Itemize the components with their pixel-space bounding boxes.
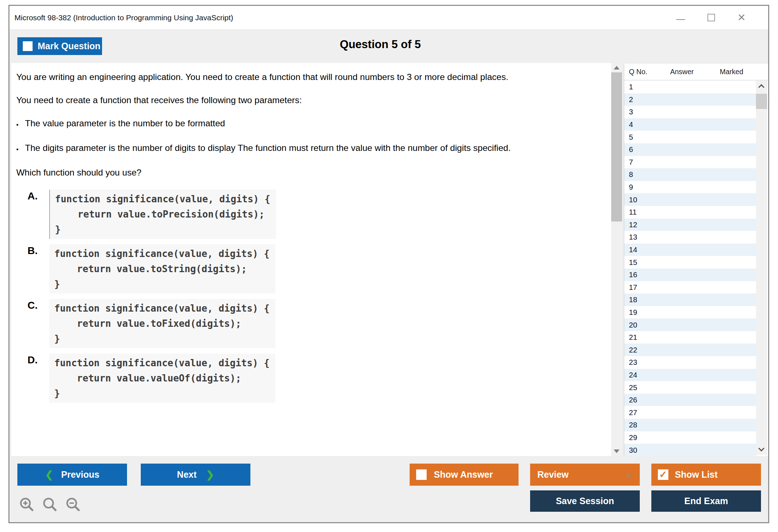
chevron-left-icon: ❮ <box>45 469 53 481</box>
question-row[interactable]: 24 <box>624 369 756 381</box>
question-row[interactable]: 7 <box>624 156 756 169</box>
bullet-icon: ▪ <box>16 142 25 155</box>
question-row[interactable]: 21 <box>624 331 756 344</box>
question-row-number: 16 <box>624 270 637 279</box>
close-icon[interactable]: ✕ <box>737 13 746 23</box>
scroll-down-icon[interactable] <box>614 449 620 453</box>
show-answer-button[interactable]: Show Answer <box>410 464 519 486</box>
next-button[interactable]: Next ❯ <box>141 464 250 486</box>
show-answer-checkbox[interactable] <box>416 469 427 480</box>
previous-button[interactable]: ❮ Previous <box>17 464 127 486</box>
option-c[interactable]: C. function significance(value, digits) … <box>28 299 602 348</box>
question-paragraph: Which function should you use? <box>16 166 602 178</box>
header-strip: Mark Question Question 5 of 5 <box>9 30 768 63</box>
question-row-number: 5 <box>624 133 633 142</box>
question-row[interactable]: 8 <box>624 168 756 181</box>
bullet-text: The digits parameter is the number of di… <box>25 142 602 155</box>
list-scroll-down-icon[interactable] <box>758 446 765 452</box>
question-row[interactable]: 29 <box>624 431 756 444</box>
question-row-number: 19 <box>624 308 637 317</box>
question-row[interactable]: 10 <box>624 193 756 206</box>
bullet-icon: ▪ <box>16 117 25 131</box>
scroll-up-icon[interactable] <box>614 66 620 69</box>
question-row-number: 11 <box>624 208 637 216</box>
main-scrollbar-thumb[interactable] <box>611 72 622 221</box>
save-session-label: Save Session <box>556 496 614 506</box>
question-row[interactable]: 18 <box>624 294 756 306</box>
end-exam-button[interactable]: End Exam <box>651 490 761 512</box>
list-scrollbar-thumb[interactable] <box>756 94 767 109</box>
title-bar: Microsoft 98-382 (Introduction to Progra… <box>9 6 768 30</box>
triangle-up-icon: ▲ <box>626 471 632 478</box>
question-row-number: 20 <box>624 321 637 329</box>
mark-question-button[interactable]: Mark Question <box>17 37 102 55</box>
column-header-answer: Answer <box>670 68 694 76</box>
question-row-number: 7 <box>624 158 633 166</box>
question-row[interactable]: 14 <box>624 244 756 256</box>
zoom-out-icon[interactable] <box>65 497 82 513</box>
option-label: C. <box>28 299 49 348</box>
review-button[interactable]: Review ▲ <box>530 464 640 486</box>
question-row-number: 23 <box>624 358 637 367</box>
option-b[interactable]: B. function significance(value, digits) … <box>28 244 602 294</box>
maximize-icon[interactable] <box>707 14 715 21</box>
question-row[interactable]: 23 <box>624 356 756 369</box>
question-paragraph: You need to create a function that recei… <box>16 94 602 106</box>
question-row[interactable]: 12 <box>624 219 756 231</box>
option-a[interactable]: A. function significance(value, digits) … <box>28 190 602 239</box>
exam-window: Microsoft 98-382 (Introduction to Progra… <box>9 5 769 523</box>
question-row[interactable]: 3 <box>624 106 756 118</box>
zoom-reset-icon[interactable] <box>42 497 59 513</box>
minimize-icon[interactable] <box>676 19 685 20</box>
save-session-button[interactable]: Save Session <box>530 490 640 512</box>
question-row-number: 24 <box>624 371 637 379</box>
question-row-number: 30 <box>624 446 637 455</box>
zoom-toolbar <box>19 497 82 513</box>
zoom-in-icon[interactable] <box>19 497 35 513</box>
question-row[interactable]: 28 <box>624 419 756 431</box>
question-row[interactable]: 26 <box>624 394 756 406</box>
question-counter: Question 5 of 5 <box>284 38 476 51</box>
option-d[interactable]: D. function significance(value, digits) … <box>28 354 602 403</box>
question-row-number: 14 <box>624 245 637 254</box>
list-scrollbar[interactable] <box>756 81 767 455</box>
question-row-number: 1 <box>624 83 633 91</box>
question-row[interactable]: 11 <box>624 206 756 219</box>
bullet-text: The value parameter is the number to be … <box>25 117 602 131</box>
question-row[interactable]: 17 <box>624 281 756 294</box>
option-code: function significance(value, digits) { r… <box>49 190 276 239</box>
question-paragraph: You are writing an engineering applicati… <box>16 71 602 83</box>
question-row[interactable]: 4 <box>624 118 756 131</box>
question-row[interactable]: 16 <box>624 269 756 281</box>
window-title: Microsoft 98-382 (Introduction to Progra… <box>9 13 233 22</box>
question-row-number: 8 <box>624 170 633 179</box>
list-scroll-up-icon[interactable] <box>758 84 765 90</box>
main-scrollbar[interactable] <box>611 63 622 456</box>
question-row[interactable]: 6 <box>624 143 756 156</box>
show-list-button[interactable]: ✓ Show List <box>651 464 761 486</box>
check-icon: ✓ <box>659 469 667 480</box>
column-header-qno: Q No. <box>629 68 647 76</box>
question-row-number: 3 <box>624 107 633 116</box>
question-row[interactable]: 5 <box>624 131 756 143</box>
question-row-number: 4 <box>624 120 633 129</box>
review-label: Review <box>537 469 568 480</box>
question-row[interactable]: 1 <box>624 81 756 93</box>
question-rows: 1234567891011121314151617181920212223242… <box>624 81 756 456</box>
question-row[interactable]: 25 <box>624 381 756 394</box>
question-row[interactable]: 2 <box>624 93 756 106</box>
question-row[interactable]: 27 <box>624 406 756 419</box>
question-row[interactable]: 22 <box>624 343 756 356</box>
question-row-number: 26 <box>624 396 637 404</box>
mark-question-checkbox[interactable] <box>23 41 33 51</box>
question-row[interactable]: 19 <box>624 306 756 319</box>
question-row-number: 21 <box>624 333 637 342</box>
show-list-checkbox[interactable]: ✓ <box>658 469 668 480</box>
question-row[interactable]: 20 <box>624 318 756 331</box>
question-row[interactable]: 9 <box>624 181 756 194</box>
question-area: You are writing an engineering applicati… <box>11 63 611 456</box>
previous-label: Previous <box>61 469 100 480</box>
question-row[interactable]: 13 <box>624 231 756 244</box>
bullet-line: ▪ The value parameter is the number to b… <box>16 117 602 131</box>
question-row[interactable]: 15 <box>624 256 756 269</box>
